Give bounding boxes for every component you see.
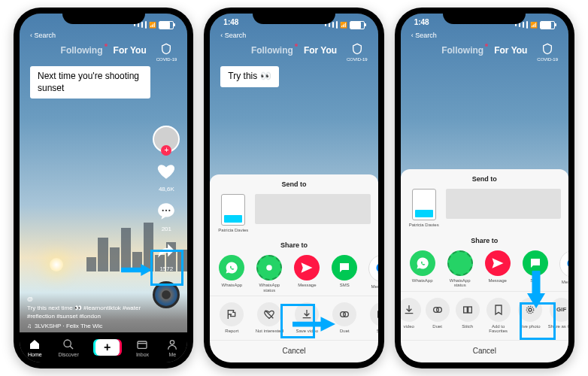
svg-point-2 xyxy=(169,210,171,211)
cancel-button[interactable]: Cancel xyxy=(401,340,568,359)
contact-item[interactable]: Patricia Davies xyxy=(408,189,440,228)
share-messenger[interactable]: Messenger xyxy=(557,250,568,288)
contacts-row: Patricia Davies xyxy=(210,191,377,236)
nav-create[interactable]: + xyxy=(95,339,120,356)
share-whatsapp[interactable]: WhatsApp xyxy=(407,250,438,288)
send-to-header: Send to xyxy=(401,169,568,186)
arrow-annotation xyxy=(524,271,548,310)
svg-point-0 xyxy=(162,210,164,211)
notch xyxy=(443,8,526,24)
back-search[interactable]: ‹ Search xyxy=(220,32,246,39)
tab-foryou[interactable]: For You xyxy=(494,45,527,56)
svg-rect-14 xyxy=(468,307,471,313)
covid-button[interactable]: COVID-19 xyxy=(156,42,177,62)
share-to-header: Share to xyxy=(401,231,568,247)
svg-point-1 xyxy=(165,210,167,211)
phone-2: 1:48 📶 ‹ Search Following For You COVID-… xyxy=(204,8,383,368)
svg-rect-4 xyxy=(138,341,147,348)
covid-button[interactable]: COVID-19 xyxy=(537,42,558,62)
cancel-button[interactable]: Cancel xyxy=(210,340,377,359)
blurred-contacts xyxy=(446,189,561,219)
share-sheet: Send to Patricia Davies Share to WhatsAp… xyxy=(210,174,377,362)
tab-following[interactable]: Following xyxy=(61,45,103,56)
share-to-header: Share to xyxy=(210,235,377,252)
nav-home[interactable]: Home xyxy=(28,338,42,357)
screen-1: 📶 ‹ Search Following For You COVID-19 Ne… xyxy=(20,14,187,362)
nav-inbox[interactable]: Inbox xyxy=(135,338,149,357)
music-info[interactable]: ♫ 3LVKSHP · Felix The Wic xyxy=(27,323,142,329)
video-caption: Next time you're shooting sunset xyxy=(30,66,150,99)
svg-point-3 xyxy=(64,340,71,347)
notch xyxy=(62,8,145,24)
share-apps-row: WhatsApp WhatsApp status Message SMS Mes… xyxy=(210,252,377,296)
tab-following[interactable]: Following xyxy=(251,45,293,56)
share-sms[interactable]: SMS xyxy=(329,255,360,293)
contacts-row: Patricia Davies xyxy=(401,186,568,231)
send-to-header: Send to xyxy=(210,174,377,191)
tab-foryou[interactable]: For You xyxy=(304,45,337,56)
share-message[interactable]: Message xyxy=(291,255,323,293)
opt-save-video[interactable]: video xyxy=(401,298,422,334)
nav-me[interactable]: Me xyxy=(165,338,179,357)
opt-duet[interactable]: Duet xyxy=(423,298,452,334)
screen-3: 1:48 📶 ‹ Search Following For You COVID-… xyxy=(401,14,568,362)
phone-1: 📶 ‹ Search Following For You COVID-19 Ne… xyxy=(14,8,193,368)
tab-foryou[interactable]: For You xyxy=(114,45,147,56)
phone-3: 1:48 📶 ‹ Search Following For You COVID-… xyxy=(395,8,574,368)
avatar-follow[interactable]: + xyxy=(153,126,180,153)
svg-rect-13 xyxy=(463,307,467,313)
nav-discover[interactable]: Discover xyxy=(59,338,79,357)
video-caption: Try this 👀 xyxy=(220,66,278,87)
notch xyxy=(253,8,335,24)
share-message[interactable]: Message xyxy=(482,250,514,288)
share-whatsapp-status[interactable]: WhatsApp status xyxy=(444,250,476,288)
tab-following[interactable]: Following xyxy=(441,45,483,56)
share-whatsapp-status[interactable]: WhatsApp status xyxy=(253,255,285,293)
back-search[interactable]: ‹ Search xyxy=(30,32,56,39)
arrow-annotation xyxy=(121,260,154,280)
share-whatsapp[interactable]: WhatsApp xyxy=(216,255,247,293)
svg-point-5 xyxy=(171,340,174,344)
back-search[interactable]: ‹ Search xyxy=(411,32,437,39)
like-button[interactable]: 48,6K xyxy=(156,162,176,193)
share-sheet: Send to Patricia Davies Share to WhatsAp… xyxy=(401,169,568,362)
opt-stitch[interactable]: Stitch xyxy=(453,298,482,334)
svg-point-6 xyxy=(267,265,273,271)
comment-button[interactable]: 201 xyxy=(156,202,176,232)
arrow-annotation xyxy=(292,313,338,335)
opt-stitch[interactable]: Stitch xyxy=(366,302,377,334)
opt-favorites[interactable]: Add to Favorites xyxy=(483,298,514,334)
contact-item[interactable]: Patricia Davies xyxy=(217,194,249,233)
nav-bar: Home Discover + Inbox Me xyxy=(20,332,187,362)
blurred-contacts xyxy=(255,194,370,224)
screen-2: 1:48 📶 ‹ Search Following For You COVID-… xyxy=(210,14,377,362)
share-messenger[interactable]: Messenger xyxy=(366,255,377,293)
video-meta: @ Try this next time 👀 #learnontiktok #w… xyxy=(27,296,142,329)
opt-report[interactable]: Report xyxy=(216,302,247,334)
covid-button[interactable]: COVID-19 xyxy=(347,42,368,62)
